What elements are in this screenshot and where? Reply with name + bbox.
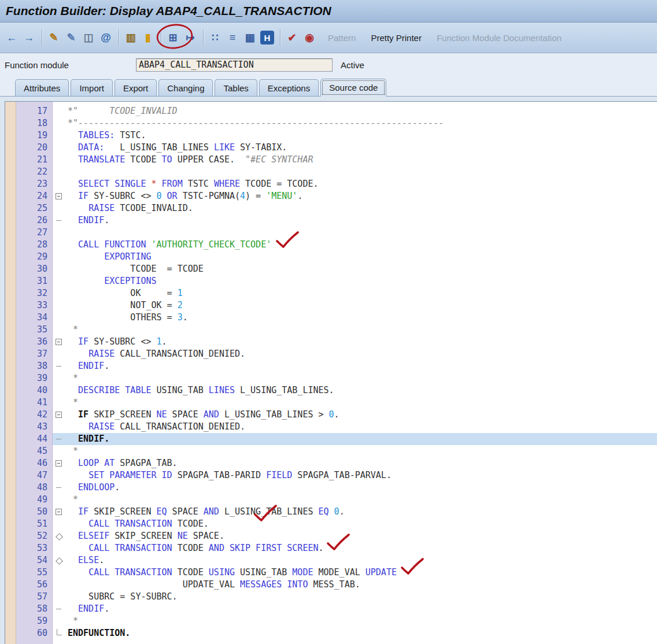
toolbar-button-pattern[interactable]: Pattern <box>328 33 356 43</box>
code-line[interactable]: 60ENDFUNCTION. <box>5 627 657 639</box>
collapse-icon[interactable] <box>56 412 62 418</box>
code-line[interactable]: 21 TRANSLATE TCODE TO UPPER CASE. "#EC S… <box>5 154 657 166</box>
code-line[interactable]: 26 ENDIF. <box>5 214 657 227</box>
tab-attributes[interactable]: Attributes <box>15 79 69 96</box>
code-line[interactable]: 33 NOT_OK = 2 <box>5 299 657 312</box>
code-line[interactable]: 36 IF SY-SUBRC <> 1. <box>5 336 657 348</box>
margin-cell <box>5 154 16 166</box>
code-line[interactable]: 29 EXPORTING <box>5 251 657 263</box>
table-icon[interactable]: ▦ <box>242 29 258 46</box>
code-line[interactable]: 56 UPDATE_VAL MESSAGES INTO MESS_TAB. <box>5 579 657 591</box>
where-used-icon[interactable]: @ <box>98 29 114 46</box>
code-line[interactable]: 46 LOOP AT SPAGPA_TAB. <box>5 457 657 469</box>
code-line[interactable]: 30 TCODE = TCODE <box>5 263 657 275</box>
fold-column-cell <box>53 603 68 615</box>
margin-cell <box>5 178 16 190</box>
line-number: 23 <box>16 178 53 190</box>
tab-export[interactable]: Export <box>115 79 157 96</box>
forward-icon[interactable]: → <box>21 29 37 46</box>
code-line[interactable]: 48 ENDLOOP. <box>5 482 657 494</box>
code-line[interactable]: 37 RAISE CALL_TRANSACTION_DENIED. <box>5 348 657 360</box>
line-number: 53 <box>16 542 53 554</box>
line-number: 19 <box>16 129 53 142</box>
copy-icon[interactable]: ◫ <box>80 29 97 46</box>
goto-icon[interactable]: ↦ <box>182 29 198 46</box>
fold-column-cell <box>53 214 68 227</box>
tab-source-code[interactable]: Source code <box>320 79 386 97</box>
code-line[interactable]: 45 * <box>5 445 657 457</box>
collapse-icon[interactable] <box>56 193 62 199</box>
toolbar-button-pretty-printer[interactable]: Pretty Printer <box>371 33 422 43</box>
code-line[interactable]: 50 IF SKIP_SCREEN EQ SPACE AND L_USING_T… <box>5 506 657 518</box>
margin-cell <box>5 579 16 591</box>
code-text: ENDFUNCTION. <box>68 627 657 639</box>
code-line[interactable]: 51 CALL TRANSACTION TCODE. <box>5 518 657 530</box>
collapse-icon[interactable] <box>56 460 62 467</box>
code-line[interactable]: 39 * <box>5 372 657 384</box>
tab-exceptions[interactable]: Exceptions <box>259 79 319 96</box>
code-line[interactable]: 31 EXCEPTIONS <box>5 275 657 287</box>
line-number: 36 <box>16 336 53 348</box>
toolbar-button-function-module-documentation[interactable]: Function Module Documentation <box>437 33 562 43</box>
code-line[interactable]: 38 ENDIF. <box>5 360 657 372</box>
fold-column-cell <box>53 542 68 554</box>
code-line[interactable]: 54 ELSE. <box>5 554 657 567</box>
code-line[interactable]: 32 OK = 1 <box>5 287 657 299</box>
code-line[interactable]: 23 SELECT SINGLE * FROM TSTC WHERE TCODE… <box>5 178 657 190</box>
code-line[interactable]: 47 SET PARAMETER ID SPAGPA_TAB-PARID FIE… <box>5 469 657 482</box>
code-line[interactable]: 44 ENDIF. <box>5 433 657 445</box>
line-number: 38 <box>16 360 53 372</box>
code-text: CALL TRANSACTION TCODE AND SKIP FIRST SC… <box>68 542 657 554</box>
display-change-icon[interactable]: ✎ <box>46 29 62 46</box>
syntax-check-icon[interactable]: ✔ <box>284 29 300 46</box>
code-line[interactable]: 22 <box>5 166 657 178</box>
sort-icon[interactable]: ≡ <box>224 29 241 46</box>
back-icon[interactable]: ← <box>3 29 20 46</box>
tab-changing[interactable]: Changing <box>158 79 213 96</box>
code-line[interactable]: 25 RAISE TCODE_INVALID. <box>5 202 657 214</box>
collapse-icon[interactable] <box>56 339 62 345</box>
refresh-icon[interactable]: ✎ <box>63 29 79 46</box>
collapse-icon[interactable] <box>56 509 62 515</box>
marker-icon[interactable]: ▮ <box>140 29 156 46</box>
code-line[interactable]: 53 CALL TRANSACTION TCODE AND SKIP FIRST… <box>5 542 657 554</box>
code-line[interactable]: 17*" TCODE_INVALID <box>5 105 657 117</box>
tab-tables[interactable]: Tables <box>215 79 257 96</box>
code-text: *" TCODE_INVALID <box>68 105 657 117</box>
source-code-editor[interactable]: 17*" TCODE_INVALID18*"------------------… <box>5 101 657 644</box>
object-list-icon[interactable]: ▥ <box>123 29 139 46</box>
margin-cell <box>5 457 16 469</box>
code-line[interactable]: 20 DATA: L_USING_TAB_LINES LIKE SY-TABIX… <box>5 142 657 154</box>
code-line[interactable]: 24 IF SY-SUBRC <> 0 OR TSTC-PGMNA(4) = '… <box>5 190 657 202</box>
line-number: 17 <box>16 105 53 117</box>
fold-column-cell <box>53 421 68 433</box>
test-icon[interactable]: ◉ <box>301 29 318 46</box>
fold-column-cell <box>53 275 68 287</box>
line-number: 55 <box>16 567 53 579</box>
code-line[interactable]: 59 * <box>5 615 657 627</box>
fold-column-cell <box>53 312 68 324</box>
code-line[interactable]: 27 <box>5 227 657 239</box>
fold-column-cell <box>53 384 68 397</box>
code-line[interactable]: 41 * <box>5 397 657 409</box>
help-icon[interactable]: H <box>260 31 274 45</box>
fold-column-cell <box>53 324 68 336</box>
tab-import[interactable]: Import <box>71 79 113 96</box>
code-line[interactable]: 42 IF SKIP_SCREEN NE SPACE AND L_USING_T… <box>5 409 657 421</box>
code-line[interactable]: 58 ENDIF. <box>5 603 657 615</box>
code-line[interactable]: 19 TABLES: TSTC. <box>5 129 657 142</box>
code-line[interactable]: 34 OTHERS = 3. <box>5 312 657 324</box>
structure-icon[interactable]: ∷ <box>207 29 223 46</box>
code-line[interactable]: 49 * <box>5 494 657 506</box>
code-line[interactable]: 40 DESCRIBE TABLE USING_TAB LINES L_USIN… <box>5 384 657 397</box>
grid-view-icon[interactable]: ⊞ <box>165 29 181 46</box>
code-line[interactable]: 57 SUBRC = SY-SUBRC. <box>5 591 657 603</box>
code-line[interactable]: 28 CALL FUNCTION 'AUTHORITY_CHECK_TCODE' <box>5 239 657 251</box>
code-line[interactable]: 18*"------------------------------------… <box>5 117 657 129</box>
function-module-input[interactable] <box>136 58 333 72</box>
code-line[interactable]: 55 CALL TRANSACTION TCODE USING USING_TA… <box>5 567 657 579</box>
code-line[interactable]: 43 RAISE CALL_TRANSACTION_DENIED. <box>5 421 657 433</box>
fold-column-cell <box>53 142 68 154</box>
code-line[interactable]: 35 * <box>5 324 657 336</box>
code-line[interactable]: 52 ELSEIF SKIP_SCREEN NE SPACE. <box>5 530 657 542</box>
